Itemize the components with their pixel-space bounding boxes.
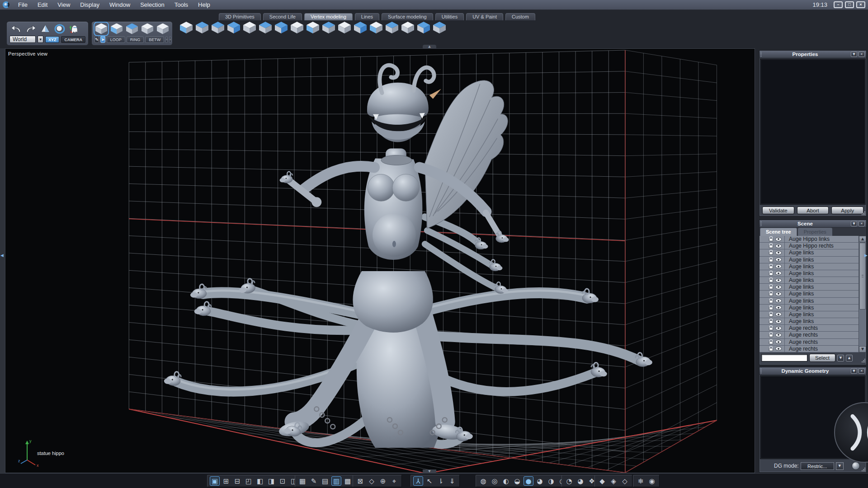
grid-ground-plane-icon[interactable]: ▥ bbox=[331, 476, 341, 486]
redo-icon[interactable] bbox=[25, 23, 37, 34]
scene-tree-item[interactable]: Auge links bbox=[760, 298, 859, 305]
pan-up-handle[interactable]: ▲ bbox=[423, 45, 436, 48]
tab-surface-modeling[interactable]: Surface modeling bbox=[382, 13, 433, 20]
scene-item-label[interactable]: Auge links bbox=[785, 284, 814, 290]
eye-visibility-icon[interactable] bbox=[775, 258, 782, 262]
modeling-tool-6-icon[interactable] bbox=[259, 22, 272, 33]
pan-left-arrow-icon[interactable]: ◀ bbox=[0, 253, 4, 258]
gem-outline-icon[interactable]: ◇ bbox=[620, 476, 630, 486]
layout-split-right-icon[interactable]: ◨ bbox=[266, 476, 276, 486]
isolate-view-icon[interactable]: ◇ bbox=[367, 476, 377, 486]
eye-visibility-icon[interactable] bbox=[775, 264, 782, 268]
eye-visibility-icon[interactable] bbox=[775, 271, 782, 275]
scene-tree-item[interactable]: Auge links bbox=[760, 305, 859, 311]
axis-manipulator-icon[interactable]: ⅄ bbox=[413, 476, 423, 486]
menu-item[interactable]: Tools bbox=[170, 0, 193, 10]
snapshot-camera-icon[interactable]: ◉ bbox=[647, 476, 657, 486]
lock-icon[interactable] bbox=[769, 238, 773, 241]
tab-uv-paint[interactable]: UV & Paint bbox=[466, 13, 503, 20]
tab-scene-properties[interactable]: Properties bbox=[798, 228, 832, 236]
modeling-tool-1-icon[interactable] bbox=[180, 22, 193, 33]
tab-vertex-modeling[interactable]: Vertex modeling bbox=[304, 13, 353, 20]
drop-selection-icon[interactable]: ⇓ bbox=[447, 476, 457, 486]
textured-shading-icon[interactable]: ◑ bbox=[546, 476, 556, 486]
close-icon[interactable]: ✕ bbox=[859, 221, 865, 226]
grow-selection-button[interactable]: ◦ bbox=[169, 36, 171, 43]
scene-item-label[interactable]: Auge links bbox=[785, 270, 814, 277]
rollup-icon[interactable]: ▼ bbox=[851, 52, 857, 57]
apply-button[interactable]: Apply bbox=[831, 206, 863, 214]
betw-button[interactable]: BETW bbox=[145, 36, 164, 43]
xyz-toggle-button[interactable]: XYZ bbox=[45, 36, 60, 43]
lock-icon[interactable] bbox=[769, 307, 773, 310]
select-arrow-icon[interactable]: ↖ bbox=[425, 476, 434, 486]
eye-visibility-icon[interactable] bbox=[775, 251, 782, 255]
scene-tree-item[interactable]: Auge links bbox=[760, 291, 859, 297]
menu-item[interactable]: View bbox=[52, 0, 75, 10]
menu-item[interactable]: Display bbox=[75, 0, 104, 10]
scene-tree-item[interactable]: Auge Hippo links bbox=[760, 236, 859, 243]
modeling-tool-12-icon[interactable] bbox=[354, 22, 367, 33]
scene-tree-item[interactable]: Auge Hippo rechts bbox=[760, 243, 859, 249]
freeze-sphere-icon[interactable]: ❄ bbox=[636, 476, 646, 486]
close-icon[interactable]: ✕ bbox=[859, 52, 865, 57]
scene-item-label[interactable]: Auge rechts bbox=[785, 346, 818, 352]
eye-visibility-icon[interactable] bbox=[775, 292, 782, 296]
scene-tree-item[interactable]: Auge rechts bbox=[760, 339, 859, 346]
minimize-button[interactable]: – bbox=[834, 1, 843, 8]
eye-visibility-icon[interactable] bbox=[775, 312, 782, 316]
grid-sketch-icon[interactable]: ▦ bbox=[297, 476, 307, 486]
lock-icon[interactable] bbox=[769, 300, 773, 303]
scene-filter-input[interactable] bbox=[761, 354, 807, 361]
modeling-tool-14-icon[interactable] bbox=[386, 22, 398, 33]
layout-quad-view-icon[interactable]: ⊞ bbox=[221, 476, 231, 486]
eye-visibility-icon[interactable] bbox=[775, 299, 782, 303]
select-edge-mode-icon[interactable] bbox=[111, 23, 123, 34]
layout-single-view-icon[interactable]: ▣ bbox=[210, 476, 220, 486]
eye-visibility-icon[interactable] bbox=[775, 340, 782, 344]
layout-stacked-view-icon[interactable]: ⊟ bbox=[232, 476, 242, 486]
scene-item-label[interactable]: Auge links bbox=[785, 263, 814, 270]
tab-3d-primitives[interactable]: 3D Primitives bbox=[219, 13, 261, 20]
undo-icon[interactable] bbox=[10, 23, 22, 34]
tab-lines[interactable]: Lines bbox=[355, 13, 379, 20]
sphere-ring-tool-icon[interactable] bbox=[54, 23, 66, 34]
validate-button[interactable]: Validate bbox=[762, 206, 794, 214]
zoom-region-icon[interactable]: ⊕ bbox=[378, 476, 388, 486]
layout-split-left-icon[interactable]: ◧ bbox=[255, 476, 265, 486]
lock-icon[interactable] bbox=[769, 293, 773, 296]
scene-item-label[interactable]: Auge links bbox=[785, 257, 814, 263]
world-select[interactable]: World bbox=[9, 36, 36, 43]
modeling-tool-8-icon[interactable] bbox=[291, 22, 303, 33]
lasso-tool-icon[interactable]: ➤ bbox=[100, 36, 105, 43]
properties-title-bar[interactable]: Properties ▼ ✕ bbox=[760, 51, 866, 58]
lock-icon[interactable] bbox=[769, 320, 773, 324]
scene-item-label[interactable]: Auge Hippo rechts bbox=[785, 243, 834, 249]
scene-item-label[interactable]: Auge links bbox=[785, 291, 814, 297]
select-vertex-mode-icon[interactable] bbox=[95, 23, 107, 34]
tab-custom[interactable]: Custom bbox=[505, 13, 535, 20]
layout-three-pane-icon[interactable]: ◰ bbox=[244, 476, 254, 486]
tab-scene-tree[interactable]: Scene tree bbox=[760, 228, 797, 236]
lock-icon[interactable] bbox=[769, 314, 773, 317]
modeling-tool-10-icon[interactable] bbox=[322, 22, 335, 33]
scene-item-label[interactable]: Auge links bbox=[785, 311, 814, 318]
scene-item-label[interactable]: Auge rechts bbox=[785, 332, 818, 338]
lock-icon[interactable] bbox=[769, 252, 773, 255]
scene-tree-item[interactable]: Auge links bbox=[760, 270, 859, 277]
menu-item[interactable]: Selection bbox=[135, 0, 169, 10]
close-icon[interactable]: ✕ bbox=[859, 368, 865, 374]
modeling-tool-11-icon[interactable] bbox=[338, 22, 351, 33]
tab-utilities[interactable]: Utilities bbox=[435, 13, 464, 20]
flat-shading-icon[interactable]: ◐ bbox=[501, 476, 511, 486]
cone-tool-icon[interactable] bbox=[39, 23, 51, 34]
modeling-tool-17-icon[interactable] bbox=[433, 22, 446, 33]
camera-toggle-button[interactable]: CAMERA bbox=[61, 36, 85, 43]
scene-item-label[interactable]: Auge rechts bbox=[785, 325, 818, 331]
scene-tree-item[interactable]: Auge links bbox=[760, 257, 859, 263]
select-button[interactable]: Select bbox=[809, 354, 835, 362]
reflection-preview-icon[interactable]: ◔ bbox=[564, 476, 574, 486]
lock-icon[interactable] bbox=[769, 327, 773, 330]
modeling-tool-16-icon[interactable] bbox=[417, 22, 430, 33]
x-logo-button[interactable] bbox=[834, 402, 868, 463]
